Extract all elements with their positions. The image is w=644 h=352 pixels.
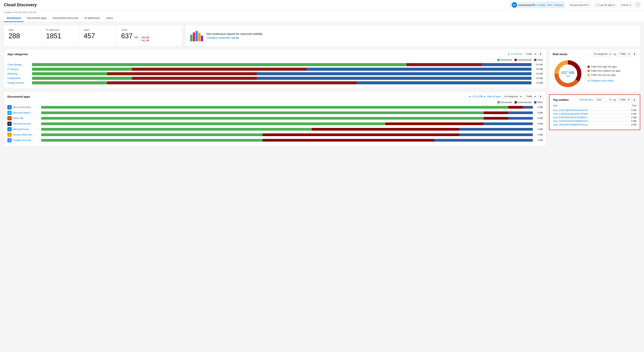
tab-ip-addresses[interactable]: IP addresses bbox=[82, 14, 103, 22]
app-categories-download[interactable]: ⬇ bbox=[538, 52, 543, 56]
tab-discovered-apps[interactable]: Discovered apps bbox=[24, 14, 50, 22]
next-icon[interactable]: ► bbox=[520, 53, 522, 55]
entity-name[interactable]: User_C2dE3fH4iJ5kL6mN7oP8qR9sT0uV1w bbox=[553, 113, 590, 115]
app-bar-track bbox=[41, 139, 533, 142]
app-bar-track bbox=[41, 111, 533, 114]
account-selector[interactable]: Anonymized PA ▾ bbox=[568, 3, 591, 7]
top-entities-download[interactable]: ⬇ bbox=[632, 97, 636, 102]
entity-value: 3 MB bbox=[631, 120, 636, 123]
traffic-label: Traffic bbox=[121, 29, 178, 31]
time-chevron-icon: ▾ bbox=[614, 3, 615, 6]
traffic-detail: ↑ 296 MB ↓ 341 MB bbox=[140, 36, 149, 42]
category-bar-track bbox=[32, 77, 532, 80]
pagination-label: 1-5 of 34 bbox=[510, 53, 520, 55]
bar-segment bbox=[32, 81, 107, 84]
configure-score-link[interactable]: ⚙ Configure score metric bbox=[588, 79, 620, 82]
view-all-users-link[interactable]: View all users bbox=[579, 98, 593, 101]
bar-segment bbox=[406, 63, 482, 66]
actions-label: Actions bbox=[621, 3, 629, 6]
app-icon: O bbox=[8, 116, 12, 120]
main-content: Apps 288 IP addresses 1851 Users 457 Tra… bbox=[0, 22, 644, 150]
entity-type-dropdown[interactable]: User IP address bbox=[594, 97, 612, 102]
app-icon: a bbox=[8, 133, 12, 137]
app-icon: A bbox=[8, 127, 12, 131]
low-risk-dot bbox=[588, 74, 590, 76]
app-bar-segment bbox=[312, 128, 459, 131]
prev-icon[interactable]: ◄ bbox=[508, 53, 510, 55]
category-label[interactable]: Marketing bbox=[8, 72, 30, 75]
category-label[interactable]: Cloud storage bbox=[8, 63, 30, 66]
tab-users[interactable]: Users bbox=[103, 14, 116, 22]
app-row: SMicrosoft Skype f...8 MB bbox=[8, 111, 543, 115]
category-label[interactable]: Hosting services bbox=[8, 81, 30, 84]
app-legend-other: Other bbox=[534, 101, 543, 104]
category-bar-track bbox=[32, 81, 532, 84]
other-label: Other bbox=[537, 59, 543, 61]
time-range-label: Last 90 days bbox=[599, 3, 613, 6]
view-all-apps-link[interactable]: View all apps bbox=[488, 95, 501, 98]
category-value: 32 MB bbox=[533, 81, 543, 84]
app-name[interactable]: Google Cloud Sto... bbox=[13, 139, 40, 142]
discovered-apps-category[interactable]: All categories bbox=[502, 94, 522, 99]
category-value: 41 MB bbox=[533, 72, 543, 75]
entity-name[interactable]: User_E3fH4iJ5kL6mN7oP8qR9sT0uV1wX2y bbox=[553, 116, 590, 119]
app-name[interactable]: Office 365 bbox=[13, 117, 40, 120]
tab-dashboard[interactable]: Dashboard bbox=[4, 14, 24, 22]
entity-name[interactable]: User_J5kL6mN7oP8qR9sT0uV1wX2yZ3aB4c bbox=[553, 123, 590, 126]
risk-download[interactable]: ⬇ bbox=[632, 52, 636, 56]
medium-risk-label: Traffic from medium risk apps bbox=[591, 70, 620, 72]
top-entities-title: Top entities bbox=[553, 98, 569, 101]
app-name[interactable]: Microsoft Exchan... bbox=[13, 106, 40, 109]
discovered-apps-sort[interactable]: Traffic bbox=[524, 94, 537, 99]
medium-risk-dot bbox=[588, 70, 590, 72]
actions-dropdown[interactable]: Actions ▾ bbox=[619, 3, 633, 7]
category-value: 45 MB bbox=[533, 68, 543, 70]
entity-name[interactable]: User_H4iJ5kL6mN7oP8qR9sT0uV1wX2yZ3a bbox=[553, 120, 590, 123]
app-bar-track bbox=[41, 128, 533, 131]
discovered-apps-download[interactable]: ⬇ bbox=[538, 94, 543, 99]
app-row: AMicrosoft Azure4 MB bbox=[8, 127, 543, 131]
app-name[interactable]: Microsoft Azure bbox=[13, 128, 40, 131]
app-name[interactable]: Microsoft Dynami... bbox=[13, 123, 40, 125]
prev-app-icon[interactable]: ◄ bbox=[468, 95, 470, 98]
svg-rect-3 bbox=[198, 33, 200, 41]
category-label[interactable]: IT services bbox=[8, 68, 30, 70]
app-bar-segment bbox=[459, 134, 533, 136]
left-column: App categories ◄ 1-5 of 34 ► Traffic Use… bbox=[4, 49, 546, 147]
low-risk-label: Traffic from low risk apps bbox=[591, 74, 616, 76]
view-link[interactable]: View bbox=[547, 3, 552, 6]
entity-col-headers: User Total bbox=[553, 104, 636, 108]
app-name[interactable]: Microsoft Skype f... bbox=[13, 111, 40, 114]
app-category-row: Cloud storage81 MB bbox=[8, 63, 543, 66]
entity-sort-dropdown[interactable]: Traffic bbox=[618, 97, 630, 102]
entity-row: User_E3fH4iJ5kL6mN7oP8qR9sT0uV1wX2y3 MB bbox=[553, 116, 636, 119]
discovered-apps-panel: Discovered apps ◄ 1-15 of 288 ► View all… bbox=[4, 91, 546, 147]
risk-categories-dropdown[interactable]: All categories bbox=[592, 52, 612, 56]
banner-title: Get continuous reports for improved visi… bbox=[206, 32, 262, 35]
app-bar-segment bbox=[41, 139, 262, 142]
time-range-selector[interactable]: 🕐 Last 90 days ▾ bbox=[594, 3, 617, 7]
dismiss-link[interactable]: Dismiss bbox=[555, 3, 564, 6]
app-categories-sort[interactable]: Traffic Users bbox=[524, 52, 537, 56]
traffic-row: 637 MB ↑ 296 MB ↓ 341 MB bbox=[121, 32, 178, 42]
app-bar-segment bbox=[484, 111, 508, 114]
entity-name[interactable]: User_A1bC2dE3fH4iJ5kL6mN7oP8qR9sT0u bbox=[553, 109, 590, 112]
app-name[interactable]: Amazon Web Serv... bbox=[13, 134, 40, 136]
app-value: 8 MB bbox=[534, 117, 543, 120]
entity-dots bbox=[592, 118, 630, 118]
bar-segment bbox=[257, 77, 532, 80]
medium-risk-item: Traffic from medium risk apps bbox=[588, 70, 620, 72]
risk-sort-dropdown[interactable]: Traffic bbox=[618, 52, 630, 56]
app-category-row: Hosting services32 MB bbox=[8, 81, 543, 84]
app-legend-sanctioned: Sanctioned bbox=[498, 101, 512, 104]
app-bar-segment bbox=[385, 123, 484, 125]
configure-upload-link[interactable]: Configure automatic upload bbox=[206, 36, 262, 39]
app-bar-track bbox=[41, 117, 533, 120]
stat-ip: IP addresses 1851 bbox=[42, 25, 79, 46]
help-button[interactable]: ? bbox=[636, 3, 640, 7]
bar-segment bbox=[132, 68, 307, 71]
next-app-icon[interactable]: ► bbox=[484, 95, 486, 98]
category-label[interactable]: Collaboration bbox=[8, 77, 30, 80]
tab-discovered-resources[interactable]: Discovered resources bbox=[50, 14, 81, 22]
configure-score-label: Configure score metric bbox=[590, 79, 614, 82]
